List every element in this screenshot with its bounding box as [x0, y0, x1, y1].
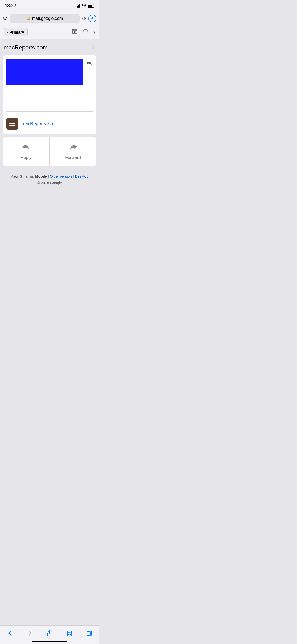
- svg-rect-0: [91, 20, 94, 20]
- status-time: 13:27: [5, 3, 16, 8]
- main-content: macReports.com ☆ -- m: [0, 39, 99, 222]
- forward-label: Forward: [65, 155, 81, 160]
- footer-sep2: |: [72, 174, 75, 178]
- font-size-button[interactable]: AA: [3, 16, 8, 21]
- reply-button[interactable]: Reply: [3, 137, 50, 166]
- lock-icon: 🔒: [27, 17, 31, 20]
- battery-icon: [88, 4, 94, 8]
- email-card: -- macReports.zip: [3, 55, 96, 134]
- signal-bars-icon: [76, 4, 80, 8]
- footer-sep1: |: [47, 174, 50, 178]
- footer-view-line: View Gmail in: Mobile | Older version | …: [3, 173, 96, 180]
- attachment-icon-lines: [9, 122, 15, 126]
- forward-button[interactable]: Forward: [50, 137, 96, 166]
- reply-icon-top[interactable]: [86, 60, 93, 67]
- nav-bar: ‹ Primary ▾: [0, 25, 99, 39]
- email-separator: --: [6, 93, 93, 98]
- back-label: Primary: [10, 30, 24, 34]
- forward-arrow-icon: [69, 143, 77, 153]
- reply-arrow-icon: [22, 143, 30, 153]
- svg-rect-1: [72, 29, 77, 30]
- footer-view-label: View Gmail in:: [11, 174, 35, 178]
- back-button[interactable]: ‹ Primary: [4, 28, 28, 36]
- action-bar: Reply Forward: [3, 137, 96, 166]
- attachment-icon-line: [9, 122, 15, 122]
- nav-actions: ▾: [72, 29, 95, 36]
- status-icons: [76, 4, 94, 8]
- delete-button[interactable]: [83, 29, 88, 36]
- attachment-icon-line: [9, 125, 15, 126]
- reply-label: Reply: [21, 155, 31, 160]
- url-text: mail.google.com: [32, 16, 63, 21]
- footer-mobile-label: Mobile: [35, 174, 47, 178]
- star-icon[interactable]: ☆: [89, 43, 95, 52]
- email-divider: [6, 111, 93, 112]
- attachment-icon-line: [9, 123, 15, 124]
- email-body: --: [3, 88, 96, 109]
- footer-older-link[interactable]: Older version: [50, 174, 72, 178]
- archive-button[interactable]: [72, 29, 78, 36]
- wifi-icon: [82, 4, 86, 8]
- sender-name: macReports.com: [4, 44, 48, 51]
- attachment-name[interactable]: macReports.zip: [22, 121, 53, 126]
- more-options-button[interactable]: ▾: [93, 30, 95, 34]
- attachment-row[interactable]: macReports.zip: [3, 115, 96, 134]
- footer-copyright: © 2018 Google: [3, 180, 96, 186]
- attachment-icon: [6, 118, 18, 130]
- sender-header: macReports.com ☆: [3, 43, 96, 55]
- download-button[interactable]: [88, 15, 96, 22]
- address-bar[interactable]: 🔒 mail.google.com: [10, 14, 80, 23]
- reload-button[interactable]: ↺: [82, 15, 86, 22]
- email-header: [3, 55, 96, 88]
- browser-bar: AA 🔒 mail.google.com ↺: [0, 12, 99, 25]
- back-chevron-icon: ‹: [7, 30, 8, 34]
- footer: View Gmail in: Mobile | Older version | …: [3, 171, 96, 192]
- footer-desktop-link[interactable]: Desktop: [75, 174, 88, 178]
- email-blue-banner: [6, 59, 83, 85]
- status-bar: 13:27: [0, 0, 99, 12]
